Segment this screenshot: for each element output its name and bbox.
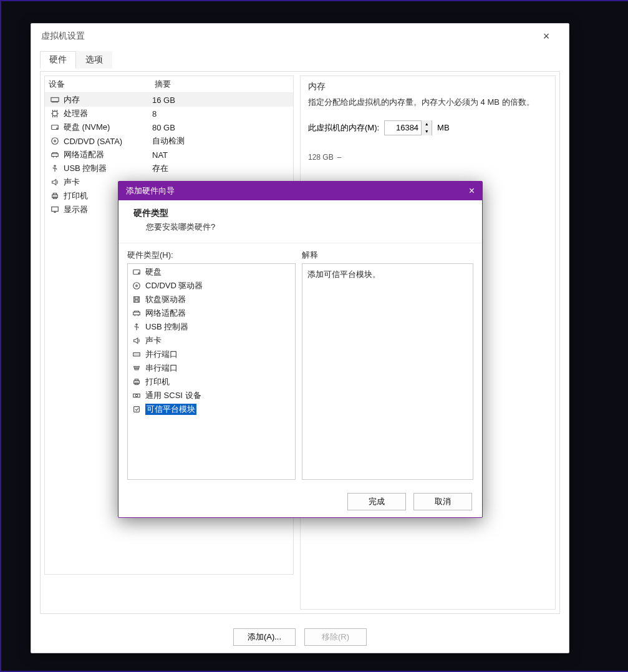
svg-point-20 — [135, 368, 136, 368]
scsi-icon — [132, 391, 142, 401]
hardware-type-label: CD/DVD 驱动器 — [145, 280, 203, 291]
svg-point-4 — [52, 138, 59, 145]
disc-icon — [132, 281, 142, 291]
svg-point-21 — [136, 368, 137, 368]
tab-label: 选项 — [85, 54, 103, 64]
device-row[interactable]: 处理器8 — [45, 107, 293, 120]
close-icon[interactable]: × — [534, 30, 559, 43]
device-row[interactable]: USB 控制器存在 — [45, 162, 293, 175]
device-row[interactable]: 网络适配器NAT — [45, 148, 293, 162]
memory-slider-area: 128 GB – — [308, 153, 548, 162]
wizard-titlebar: 添加硬件向导 × — [118, 182, 482, 200]
svg-point-13 — [133, 283, 140, 290]
hardware-type-list[interactable]: 硬盘CD/DVD 驱动器软盘驱动器网络适配器USB 控制器声卡并行端口串行端口打… — [127, 263, 296, 480]
device-summary: 自动检测 — [151, 135, 293, 147]
add-hardware-wizard: 添加硬件向导 × 硬件类型 您要安装哪类硬件? 硬件类型(H): 硬盘CD/DV… — [118, 181, 483, 518]
memory-input[interactable] — [385, 123, 421, 132]
hdd-icon — [50, 122, 60, 132]
description-box: 添加可信平台模块。 — [302, 263, 473, 480]
device-label: 硬盘 (NVMe) — [64, 122, 151, 133]
svg-rect-10 — [52, 207, 59, 212]
col-summary-header: 摘要 — [151, 76, 293, 92]
hardware-type-item[interactable]: 硬盘 — [128, 265, 295, 279]
wizard-heading: 硬件类型 — [133, 208, 467, 219]
wizard-title: 添加硬件向导 — [126, 185, 175, 197]
display-icon — [50, 205, 60, 215]
bottom-button-row: 添加(A)... 移除(R) — [41, 628, 559, 646]
printer-icon — [132, 377, 142, 387]
spin-down-icon[interactable]: ▼ — [422, 128, 432, 135]
network-icon — [50, 150, 60, 160]
svg-rect-0 — [51, 98, 59, 102]
hardware-type-item[interactable]: CD/DVD 驱动器 — [128, 279, 295, 293]
window-title: 虚拟机设置 — [41, 31, 85, 42]
col-device-header: 设备 — [45, 76, 151, 92]
tpm-icon — [132, 404, 142, 414]
tab-strip: 硬件 选项 — [40, 51, 560, 69]
sound-icon — [132, 336, 142, 346]
disc-icon — [50, 136, 60, 146]
list-header: 设备 摘要 — [45, 76, 293, 93]
hardware-type-item[interactable]: 软盘驱动器 — [128, 293, 295, 306]
memory-input-label: 此虚拟机的内存(M): — [308, 122, 379, 134]
hardware-type-item[interactable]: 并行端口 — [128, 348, 295, 361]
hardware-type-label: 通用 SCSI 设备 — [145, 390, 201, 401]
hardware-type-item[interactable]: 网络适配器 — [128, 306, 295, 320]
section-description: 指定分配给此虚拟机的内存量。内存大小必须为 4 MB 的倍数。 — [308, 96, 548, 109]
hardware-type-item[interactable]: 串行端口 — [128, 361, 295, 375]
hardware-list-label: 硬件类型(H): — [127, 250, 296, 261]
tab-hardware[interactable]: 硬件 — [40, 51, 76, 69]
hardware-type-item[interactable]: USB 控制器 — [128, 320, 295, 334]
svg-point-14 — [136, 285, 138, 287]
button-label: 移除(R) — [322, 631, 349, 643]
wizard-subheading: 您要安装哪类硬件? — [146, 222, 467, 233]
slider-top-tick: 128 GB — [308, 153, 334, 162]
hardware-type-label: 声卡 — [145, 335, 162, 346]
svg-rect-8 — [53, 193, 56, 195]
device-label: USB 控制器 — [64, 163, 151, 174]
hardware-type-item[interactable]: 打印机 — [128, 375, 295, 389]
finish-button[interactable]: 完成 — [347, 493, 406, 510]
serial-icon — [132, 363, 142, 373]
remove-button[interactable]: 移除(R) — [304, 628, 367, 646]
floppy-icon — [132, 295, 142, 304]
cpu-icon — [50, 109, 60, 119]
sound-icon — [50, 177, 60, 187]
svg-rect-28 — [134, 407, 140, 412]
tab-options[interactable]: 选项 — [76, 51, 112, 69]
device-label: CD/DVD (SATA) — [64, 137, 151, 146]
device-summary: 8 — [151, 109, 293, 119]
hardware-type-item[interactable]: 可信平台模块 — [128, 402, 295, 416]
hardware-type-item[interactable]: 通用 SCSI 设备 — [128, 389, 295, 402]
device-label: 处理器 — [64, 108, 151, 119]
usb-icon — [50, 163, 60, 173]
device-label: 网络适配器 — [64, 149, 151, 160]
device-row[interactable]: 内存16 GB — [45, 93, 293, 107]
port-icon — [132, 349, 142, 359]
svg-point-3 — [57, 128, 57, 129]
tab-label: 硬件 — [49, 54, 67, 64]
hdd-icon — [132, 267, 142, 277]
svg-rect-18 — [133, 312, 140, 314]
svg-point-22 — [137, 368, 138, 368]
network-icon — [132, 308, 142, 318]
svg-point-5 — [54, 140, 56, 142]
svg-point-27 — [135, 394, 138, 397]
device-row[interactable]: 硬盘 (NVMe)80 GB — [45, 120, 293, 134]
cancel-button[interactable]: 取消 — [413, 493, 472, 510]
memory-spinner[interactable]: ▲ ▼ — [384, 120, 432, 135]
svg-rect-16 — [135, 297, 138, 299]
add-button[interactable]: 添加(A)... — [233, 628, 296, 646]
spin-up-icon[interactable]: ▲ — [422, 120, 432, 128]
device-summary: 80 GB — [151, 123, 293, 132]
memory-icon — [50, 95, 60, 105]
hardware-type-label: 打印机 — [145, 376, 170, 387]
hardware-type-label: 串行端口 — [145, 363, 178, 374]
printer-icon — [50, 191, 60, 201]
hardware-type-item[interactable]: 声卡 — [128, 334, 295, 348]
svg-point-12 — [138, 273, 139, 273]
close-icon[interactable]: × — [469, 185, 475, 197]
device-row[interactable]: CD/DVD (SATA)自动检测 — [45, 134, 293, 148]
hardware-type-label: 软盘驱动器 — [145, 294, 186, 305]
memory-unit: MB — [437, 123, 450, 132]
